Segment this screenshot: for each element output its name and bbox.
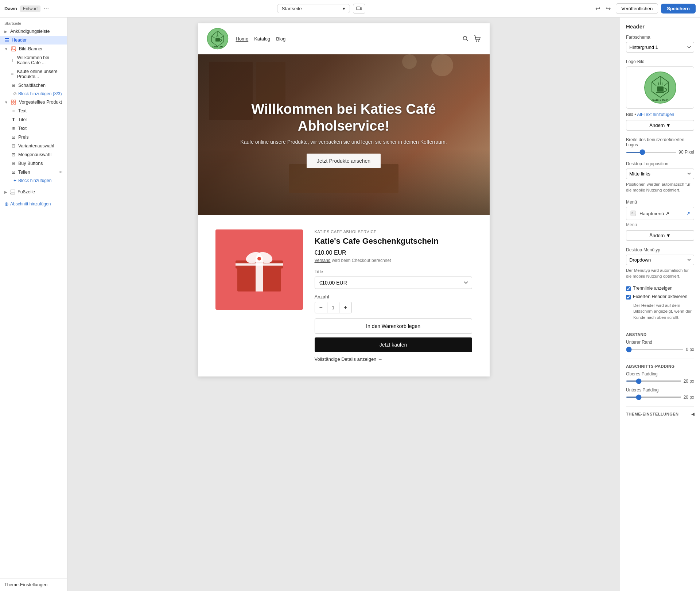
oberes-padding-slider-row: 20 px [626, 379, 694, 384]
divider-2 [626, 359, 694, 359]
svg-rect-2 [5, 38, 9, 39]
quantity-decrease-button[interactable]: − [315, 302, 327, 313]
svg-rect-40 [631, 211, 636, 216]
svg-rect-9 [14, 103, 16, 104]
sidebar-item-schaltflaechen[interactable]: ⊟ Schaltflächen [0, 81, 67, 90]
redo-button[interactable]: ↪ [604, 4, 613, 13]
svg-rect-17 [215, 38, 220, 42]
sidebar-item-label: Titel [18, 117, 27, 122]
oberes-padding-slider[interactable] [626, 381, 681, 382]
svg-rect-3 [5, 40, 9, 42]
sidebar-item-willkommen-text[interactable]: T Willkommen bei Katies Café ... [0, 53, 67, 67]
buy-now-button[interactable]: Jetzt kaufen [315, 337, 472, 352]
sidebar-item-label: Variantenauswahl [18, 143, 54, 148]
sidebar-item-buy-buttons[interactable]: ⊟ Buy Buttons [0, 159, 67, 168]
unteres-padding-slider[interactable] [626, 397, 681, 398]
sidebar-item-label: Text [18, 108, 27, 113]
alt-text-link[interactable]: Alt-Text hinzufügen [637, 112, 674, 117]
title-select[interactable]: €10,00 EUR [315, 277, 472, 289]
topbar-center: Startseite ▾ [52, 4, 590, 14]
theme-settings-section[interactable]: THEME-EINSTELLUNGEN ◀ [626, 412, 694, 417]
change-menu-button[interactable]: Ändern ▼ [626, 230, 694, 241]
logo-position-label: Desktop-Logoposition [626, 161, 694, 166]
svg-line-21 [466, 40, 468, 42]
collapse-arrow-icon: ▼ [4, 47, 8, 51]
collapse-left-icon: ◀ [691, 412, 695, 417]
sidebar-item-text-1[interactable]: ≡ Text [0, 107, 67, 115]
sidebar-item-preis[interactable]: ⊡ Preis [0, 133, 67, 142]
svg-rect-10 [11, 190, 15, 192]
svg-point-31 [257, 257, 261, 260]
sidebar-item-fusszeile[interactable]: ▶ Fußzeile [0, 188, 67, 196]
svg-point-23 [478, 40, 479, 42]
more-options-button[interactable]: ··· [43, 5, 49, 12]
farbschema-select[interactable]: Hintergrund 1 [626, 42, 694, 53]
title-select-group: Title €10,00 EUR [315, 269, 472, 289]
sidebar-item-vorgestelltes-produkt[interactable]: ▼ Vorgestelltes Produkt [0, 98, 67, 107]
svg-rect-8 [11, 103, 13, 104]
grid-icon [11, 100, 16, 105]
canvas-frame: Katies Café Home Katalog Blog [198, 23, 490, 376]
svg-rect-4 [11, 47, 16, 51]
undo-button[interactable]: ↩ [593, 4, 602, 13]
add-block-button-2[interactable]: ✦ Block hinzufügen [0, 177, 67, 185]
add-block-button-1[interactable]: ⊘ Block hinzufügen (3/3) [0, 90, 67, 98]
plus-circle-icon: ⊕ [4, 201, 9, 207]
add-section-button[interactable]: ⊕ Abschnitt hinzufügen [0, 198, 67, 210]
sidebar-item-text-2[interactable]: ≡ Text [0, 124, 67, 133]
title-icon: T [11, 117, 16, 122]
nav-blog[interactable]: Blog [276, 36, 285, 42]
page-selector[interactable]: Startseite ▾ [277, 4, 350, 13]
sidebar-item-ankuendigungsleiste[interactable]: ▶ Ankündigungsleiste [0, 27, 67, 36]
nav-katalog[interactable]: Katalog [254, 36, 270, 42]
sidebar-item-kaufe-text[interactable]: ≡ Kaufe online unsere Produkte... [0, 67, 67, 81]
page-selector-value: Startseite [282, 6, 302, 11]
responsive-view-button[interactable] [353, 4, 365, 14]
variant-icon: ⊡ [11, 143, 16, 148]
theme-settings-button[interactable]: Theme-Einstellungen [0, 578, 67, 591]
change-logo-button[interactable]: Ändern ▼ [626, 120, 694, 131]
nav-home[interactable]: Home [236, 36, 249, 42]
unterer-rand-slider[interactable] [626, 349, 684, 350]
menu-edit-link[interactable]: ↗ [687, 211, 690, 216]
add-to-cart-button[interactable]: In den Warenkorb legen [315, 318, 472, 334]
svg-rect-0 [357, 7, 360, 10]
right-panel: Header Farbschema Hintergrund 1 Logo-Bil… [620, 18, 700, 591]
chevron-down-icon: ▾ [343, 6, 345, 11]
fixiert-checkbox[interactable] [626, 295, 631, 300]
menu-sub-label: Menü [626, 222, 694, 227]
logo-preview: Katies Café [644, 71, 677, 104]
hero-cta-button[interactable]: Jetzt Produkte ansehen [307, 154, 381, 168]
sidebar-item-teilen[interactable]: ⊡ Teilen 👁 [0, 168, 67, 177]
publish-button[interactable]: Veröffentlichen [616, 3, 658, 14]
save-button[interactable]: Speichern [661, 4, 696, 13]
trennlinie-checkbox[interactable] [626, 286, 631, 291]
footer-layout-icon [10, 189, 15, 194]
quantity-control: − 1 + [315, 302, 352, 313]
shipping-info: Versand wird beim Checkout berechnet [315, 258, 472, 263]
sidebar-item-label: Header [12, 38, 27, 43]
canvas-area: Katies Café Home Katalog Blog [67, 18, 620, 591]
logo-width-slider[interactable] [626, 152, 676, 153]
quantity-increase-button[interactable]: + [339, 302, 351, 313]
desktop-menu-select[interactable]: Dropdown [626, 255, 694, 265]
product-details-link[interactable]: Vollständige Details anzeigen → [315, 356, 472, 362]
logo-position-select[interactable]: Mitte links [626, 169, 694, 179]
product-image [215, 229, 303, 310]
fixiert-row: Fixierten Header aktivieren [626, 294, 694, 300]
svg-rect-6 [11, 100, 13, 102]
search-icon[interactable] [462, 35, 469, 42]
sidebar-item-label: Vorgestelltes Produkt [19, 100, 62, 105]
sidebar-item-bild-banner[interactable]: ▼ Bild-Banner [0, 45, 67, 53]
sidebar-item-mengenauswahl[interactable]: ⊡ Mengenauswahl [0, 150, 67, 159]
sidebar-item-titel[interactable]: T Titel [0, 115, 67, 124]
unterer-rand-label: Unterer Rand [626, 340, 694, 345]
fixiert-desc: Der Header wird auf dem Bildschirm angez… [633, 302, 694, 320]
svg-rect-27 [236, 263, 283, 266]
logo-position-info: Positionen werden automatisch für die mo… [626, 181, 694, 193]
sidebar-item-variantenauswahl[interactable]: ⊡ Variantenauswahl [0, 142, 67, 150]
logo-preview-box: Katies Café [626, 66, 694, 109]
sidebar-item-header[interactable]: Header [0, 36, 67, 45]
cart-icon[interactable] [474, 35, 481, 42]
store-icons [462, 35, 481, 42]
